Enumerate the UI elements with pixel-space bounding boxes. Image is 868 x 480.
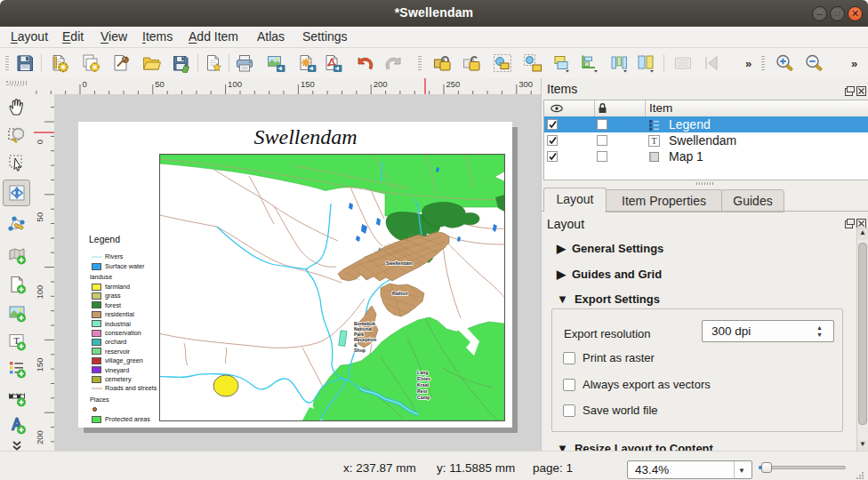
svg-text:100: 100 xyxy=(35,285,44,300)
svg-text:Railton: Railton xyxy=(392,291,408,296)
svg-text:50: 50 xyxy=(155,79,165,89)
svg-text:Swellendam: Swellendam xyxy=(386,260,413,266)
svg-text:300: 300 xyxy=(518,79,533,89)
svg-text:50: 50 xyxy=(35,212,44,222)
svg-text:100: 100 xyxy=(228,79,242,89)
svg-text:T: T xyxy=(651,136,656,146)
svg-text:0: 0 xyxy=(83,79,87,89)
svg-text:Lang: Lang xyxy=(417,370,428,375)
svg-text:Elsies: Elsies xyxy=(417,376,430,381)
svg-text:Reception: Reception xyxy=(354,337,376,342)
svg-text:0: 0 xyxy=(35,140,44,144)
svg-text:250: 250 xyxy=(446,79,461,89)
svg-text:150: 150 xyxy=(301,79,315,89)
svg-text:Kraal: Kraal xyxy=(417,382,430,388)
svg-text:Shop: Shop xyxy=(354,348,366,353)
svg-text:200: 200 xyxy=(35,430,44,444)
svg-text:Camp: Camp xyxy=(417,395,430,400)
svg-text:150: 150 xyxy=(35,357,44,372)
svg-text:200: 200 xyxy=(374,79,388,89)
svg-text:Rest: Rest xyxy=(417,388,428,394)
